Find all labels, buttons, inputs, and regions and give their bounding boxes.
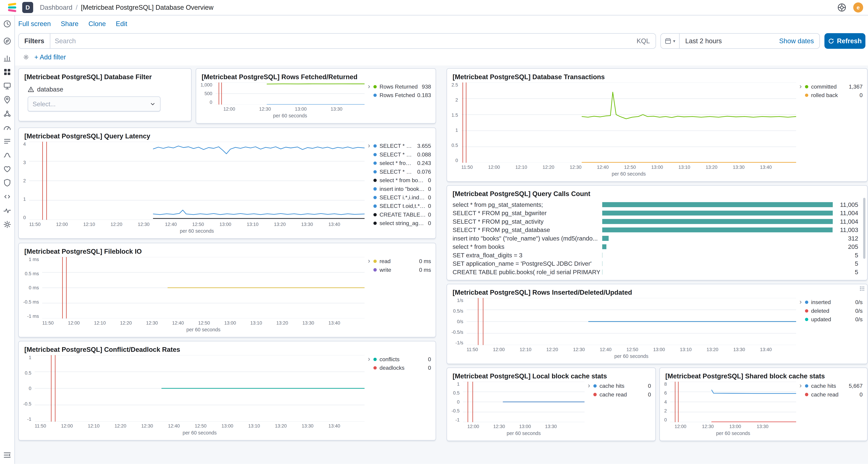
legend-item[interactable]: CREATE TABLE publi… 0	[373, 211, 431, 219]
apm-icon[interactable]	[3, 151, 12, 160]
y-axis-tick: -0.5	[452, 408, 460, 413]
y-axis-tick: 0 ms	[29, 285, 39, 290]
logs-icon[interactable]	[3, 137, 12, 146]
legend-item[interactable]: deadlocks 0	[373, 364, 431, 372]
query-calls-row[interactable]: SET extra_float_digits = 3 5	[452, 251, 863, 259]
chart-plot[interactable]	[467, 298, 796, 345]
legend-collapse-icon[interactable]: ›	[368, 257, 373, 333]
query-calls-row[interactable]: SET application_name = 'PostgreSQL JDBC …	[452, 259, 863, 268]
legend-collapse-icon[interactable]: ›	[588, 382, 593, 436]
full-screen-button[interactable]: Full screen	[18, 20, 51, 28]
legend-dot	[373, 153, 377, 156]
query-calls-row[interactable]: CREATE TABLE public.books( role_id seria…	[452, 268, 863, 276]
management-icon[interactable]	[3, 220, 12, 229]
edit-button[interactable]: Edit	[116, 20, 127, 28]
search-input[interactable]	[50, 37, 631, 45]
legend-item[interactable]: cache read 0	[805, 390, 863, 399]
filter-settings-gear-icon[interactable]	[23, 54, 29, 60]
maps-icon[interactable]	[3, 95, 12, 104]
stack-monitoring-icon[interactable]	[3, 206, 12, 215]
query-calls-row[interactable]: select * from books 205	[452, 243, 863, 251]
legend-item[interactable]: cache hits 0	[593, 382, 651, 390]
query-label: insert into "books" ("role_name") values…	[452, 235, 600, 242]
breadcrumb-dashboard-link[interactable]: Dashboard	[40, 4, 72, 11]
dashboard-icon[interactable]	[3, 67, 12, 76]
refresh-button[interactable]: Refresh	[825, 33, 865, 49]
help-icon[interactable]	[837, 3, 846, 12]
legend-item[interactable]: write 0 ms	[373, 266, 431, 274]
query-calls-row[interactable]: insert into "books" ("role_name") values…	[452, 234, 863, 243]
chart-plot[interactable]	[42, 257, 365, 318]
share-button[interactable]: Share	[61, 20, 79, 28]
discover-icon[interactable]	[3, 37, 12, 45]
legend-item[interactable]: updated 0/s	[805, 315, 863, 324]
legend-collapse-icon[interactable]: ›	[799, 298, 805, 359]
database-select[interactable]: Select...	[28, 96, 161, 112]
security-icon[interactable]	[3, 178, 12, 187]
chart-plot[interactable]	[670, 382, 796, 422]
legend-item[interactable]: inserted 0/s	[805, 298, 863, 307]
legend-item[interactable]: cache hits 5,667	[805, 382, 863, 390]
legend-item[interactable]: SELECT * FROM… 0.088	[373, 150, 431, 159]
x-axis-tick: 12:50	[198, 320, 210, 326]
x-axis-tick: 13:00	[295, 106, 307, 112]
kql-toggle[interactable]: KQL	[631, 37, 655, 45]
legend-dot	[373, 222, 377, 225]
legend-item[interactable]: Rows Returned 938	[373, 83, 431, 91]
legend-item[interactable]: committed 1,367	[805, 83, 863, 91]
legend-item[interactable]: SELECT t.oid,t.*,c.rel… 0	[373, 202, 431, 210]
legend-item[interactable]: select * from books 0	[373, 176, 431, 185]
legend-dot	[805, 94, 808, 97]
visualize-icon[interactable]	[3, 54, 12, 63]
legend-item[interactable]: cache read 0	[593, 390, 651, 399]
legend-item[interactable]: conflicts 0	[373, 355, 431, 364]
legend-item[interactable]: SELECT * FROM… 3.655	[373, 142, 431, 150]
chart-plot[interactable]	[461, 83, 796, 163]
query-calls-row[interactable]: select * from pg_stat_statements; 11,005	[452, 200, 863, 209]
legend-item[interactable]: SELECT i.*,i.indkey a… 0	[373, 193, 431, 202]
query-calls-row[interactable]: SELECT * FROM pg_stat_database 11,003	[452, 226, 863, 234]
legend-value: 0	[428, 356, 431, 363]
filters-button[interactable]: Filters	[19, 34, 50, 48]
chart-plot[interactable]	[35, 355, 365, 422]
legend-collapse-icon[interactable]: ›	[368, 355, 373, 436]
chart-plot[interactable]	[463, 382, 585, 422]
user-avatar[interactable]: e	[853, 2, 863, 12]
legend-collapse-icon[interactable]: ›	[368, 142, 373, 234]
legend-collapse-icon[interactable]: ›	[799, 382, 805, 436]
x-axis-tick: 13:00	[224, 320, 236, 326]
legend-item[interactable]: select * from pg… 0.243	[373, 159, 431, 167]
collapse-nav-icon[interactable]	[3, 451, 12, 460]
chart-plot[interactable]	[216, 83, 365, 105]
metrics-icon[interactable]	[3, 123, 12, 132]
legend-item[interactable]: rolled back 0	[805, 91, 863, 99]
scrollbar-thumb[interactable]	[863, 198, 865, 259]
query-calls-row[interactable]: SELECT * FROM pg_stat_activity 11,004	[452, 217, 863, 226]
panel-drag-handle-icon[interactable]	[859, 286, 865, 291]
legend-collapse-icon[interactable]: ›	[799, 83, 805, 177]
machine-learning-icon[interactable]	[3, 109, 12, 118]
canvas-icon[interactable]	[3, 82, 12, 90]
legend-item[interactable]: SELECT * FROM… 0.076	[373, 167, 431, 176]
legend-collapse-icon[interactable]: ›	[368, 83, 373, 119]
x-axis-tick: 12:10	[94, 320, 106, 326]
uptime-icon[interactable]	[3, 165, 12, 174]
time-range-label[interactable]: Last 2 hours	[680, 37, 774, 45]
query-calls-row[interactable]: SELECT * FROM pg_stat_bgwriter 11,004	[452, 209, 863, 217]
calendar-dropdown[interactable]: ▾	[661, 34, 680, 48]
space-badge[interactable]: D	[22, 2, 33, 13]
show-dates-link[interactable]: Show dates	[774, 37, 819, 45]
legend-item[interactable]: select string_agg(wo… 0	[373, 219, 431, 227]
recently-viewed-icon[interactable]	[3, 20, 12, 28]
elastic-logo[interactable]	[7, 2, 18, 13]
dev-tools-icon[interactable]	[3, 192, 12, 201]
chart-plot[interactable]	[29, 142, 365, 220]
add-filter-link[interactable]: + Add filter	[34, 53, 66, 61]
y-axis-tick: 0.5 ms	[25, 271, 39, 276]
legend-item[interactable]: deleted 0/s	[805, 307, 863, 315]
legend-item[interactable]: read 0 ms	[373, 257, 431, 266]
clone-button[interactable]: Clone	[89, 20, 106, 28]
legend-item[interactable]: insert into "books" ("… 0	[373, 185, 431, 193]
dashboard-menu-bar: Full screen Share Clone Edit	[15, 16, 868, 30]
legend-item[interactable]: Rows Fetched 0.183	[373, 91, 431, 99]
